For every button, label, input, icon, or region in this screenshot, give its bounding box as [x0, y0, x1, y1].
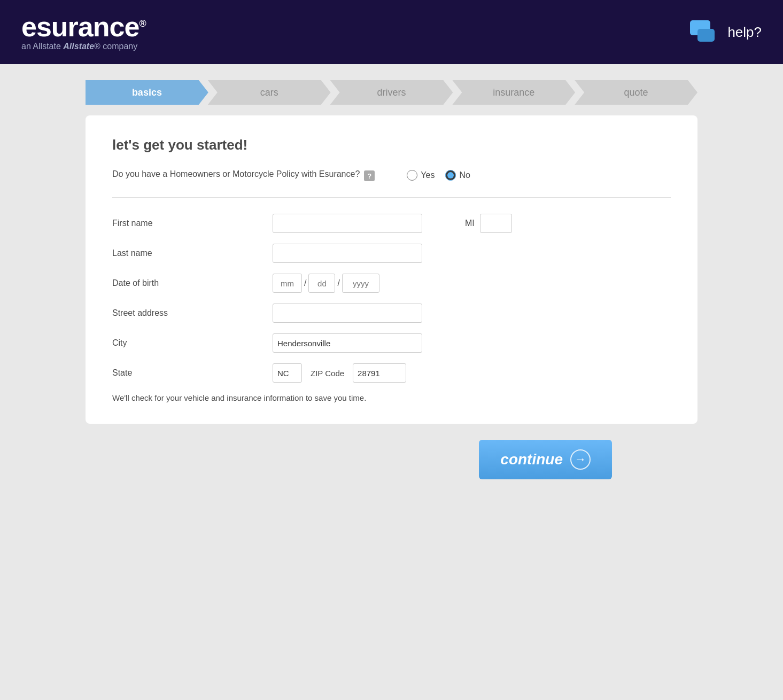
logo-area: esurance® an Allstate Allstate® company: [21, 13, 146, 51]
first-name-label: First name: [112, 219, 262, 228]
help-label[interactable]: help?: [727, 24, 762, 41]
chat-icon: [690, 20, 722, 44]
homeowners-no-label[interactable]: No: [445, 170, 470, 181]
state-zip-row: State ZIP Code: [112, 363, 671, 383]
form-card: let's get you started! Do you have a Hom…: [86, 115, 697, 424]
city-label: City: [112, 338, 262, 348]
city-row: City: [112, 333, 671, 353]
homeowners-question-row: Do you have a Homeowners or Motorcycle P…: [112, 169, 671, 181]
homeowners-yes-label[interactable]: Yes: [407, 170, 435, 181]
homeowners-help-icon[interactable]: ?: [364, 170, 375, 181]
homeowners-yes-radio[interactable]: [407, 170, 417, 181]
continue-arrow-icon: →: [570, 449, 591, 470]
step-cars[interactable]: cars: [208, 80, 331, 105]
button-area: continue →: [86, 440, 697, 479]
last-name-label: Last name: [112, 248, 262, 258]
help-area[interactable]: help?: [690, 20, 762, 44]
first-name-row: First name MI: [112, 214, 671, 233]
state-zip-group: ZIP Code: [273, 363, 406, 383]
state-label: State: [112, 368, 262, 378]
step-insurance[interactable]: insurance: [452, 80, 575, 105]
zip-input[interactable]: [353, 363, 406, 383]
dob-dd-input[interactable]: [308, 274, 335, 293]
step-basics[interactable]: basics: [86, 80, 208, 105]
dob-group: / /: [273, 274, 379, 293]
dob-yyyy-input[interactable]: [342, 274, 379, 293]
logo-sub: an Allstate Allstate® company: [21, 42, 146, 51]
main-wrapper: basics cars drivers insurance quote let'…: [0, 64, 783, 495]
form-title: let's get you started!: [112, 137, 671, 153]
street-label: Street address: [112, 308, 262, 318]
dob-row: Date of birth / /: [112, 274, 671, 293]
dob-mm-input[interactable]: [273, 274, 302, 293]
last-name-row: Last name: [112, 244, 671, 263]
form-divider: [112, 197, 671, 198]
logo-esurance: esurance®: [21, 13, 146, 41]
mi-input[interactable]: [480, 214, 512, 233]
progress-bar: basics cars drivers insurance quote: [86, 80, 697, 105]
last-name-input[interactable]: [273, 244, 422, 263]
first-name-input[interactable]: [273, 214, 422, 233]
state-input[interactable]: [273, 363, 302, 383]
mi-label: MI: [465, 219, 475, 228]
homeowners-radio-group: Yes No: [407, 170, 470, 181]
dob-label: Date of birth: [112, 278, 262, 288]
street-input[interactable]: [273, 304, 422, 323]
street-row: Street address: [112, 304, 671, 323]
mi-group: MI: [465, 214, 512, 233]
step-drivers[interactable]: drivers: [330, 80, 453, 105]
header: esurance® an Allstate Allstate® company …: [0, 0, 783, 64]
info-text: We'll check for your vehicle and insuran…: [112, 393, 671, 402]
homeowners-question-text: Do you have a Homeowners or Motorcycle P…: [112, 169, 375, 181]
svg-rect-1: [697, 29, 715, 42]
city-input[interactable]: [273, 333, 422, 353]
step-quote[interactable]: quote: [575, 80, 697, 105]
continue-button[interactable]: continue →: [479, 440, 612, 479]
zip-code-label: ZIP Code: [311, 369, 344, 378]
homeowners-no-radio[interactable]: [445, 170, 456, 181]
